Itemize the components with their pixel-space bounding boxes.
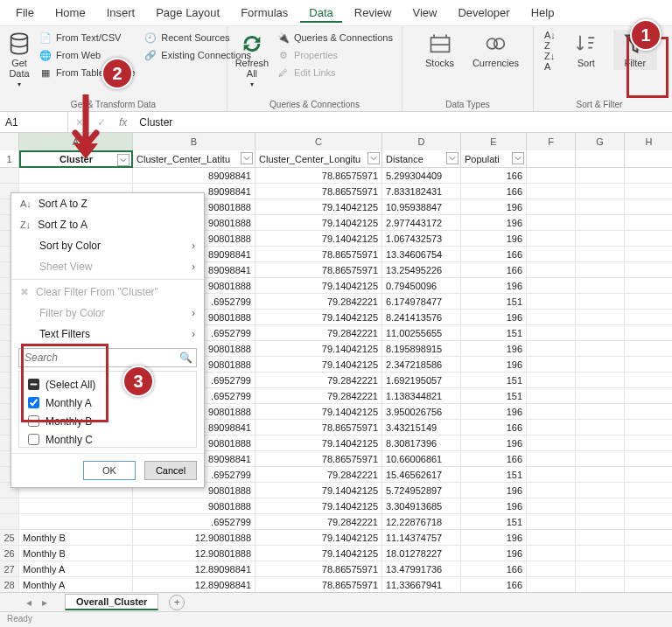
cell-empty[interactable] — [576, 310, 625, 325]
cancel-button[interactable]: Cancel — [144, 461, 197, 480]
cell-pop[interactable]: 196 — [461, 404, 527, 420]
cell-lon[interactable]: 79.14042125 — [256, 215, 382, 231]
cell-dist[interactable]: 5.724952897 — [382, 483, 461, 498]
filter-dropdown-a[interactable] — [117, 154, 130, 166]
cell-pop[interactable]: 196 — [461, 231, 527, 247]
filter-search-input[interactable] — [23, 351, 176, 365]
cell-cluster[interactable]: Monthly B — [19, 530, 133, 546]
cell-dist[interactable]: 6.174978477 — [382, 294, 461, 310]
cell-lon[interactable]: 78.86575971 — [256, 577, 382, 593]
cell-pop[interactable]: 166 — [461, 577, 527, 593]
cell-empty[interactable] — [576, 451, 625, 467]
option-monthly-a[interactable]: Monthly A — [23, 394, 192, 412]
cell-empty[interactable] — [576, 435, 625, 451]
cell-empty[interactable] — [576, 498, 625, 514]
cell-pop[interactable]: 196 — [461, 215, 527, 231]
filter-search[interactable]: 🔍 — [18, 348, 197, 367]
select-all-corner[interactable] — [0, 133, 19, 152]
checkbox-monthly-c[interactable] — [28, 434, 39, 445]
cell-dist[interactable]: 11.14374757 — [382, 530, 461, 546]
cell-pop[interactable]: 196 — [461, 546, 527, 561]
tab-nav-right[interactable]: ▸ — [42, 596, 47, 609]
cell-pop[interactable]: 151 — [461, 373, 527, 388]
cell-empty[interactable] — [625, 341, 672, 357]
currencies-button[interactable]: Currencies — [474, 30, 518, 70]
cell-empty[interactable] — [625, 294, 672, 310]
cell-dist[interactable]: 1.067432573 — [382, 231, 461, 247]
cell-empty[interactable] — [527, 577, 576, 593]
cell-lon[interactable]: 79.14042125 — [256, 435, 382, 451]
cell-pop[interactable]: 196 — [461, 199, 527, 215]
cell-dist[interactable]: 8.195898915 — [382, 341, 461, 357]
cell-lat[interactable]: 89098841 — [133, 168, 256, 184]
col-header-e[interactable]: E — [461, 133, 527, 152]
cell-empty[interactable] — [625, 231, 672, 247]
cell-empty[interactable] — [625, 420, 672, 435]
cell-empty[interactable] — [576, 184, 625, 199]
cell-lon[interactable]: 78.86575971 — [256, 168, 382, 184]
cell-lon[interactable]: 79.14042125 — [256, 199, 382, 215]
cell-lon[interactable]: 79.14042125 — [256, 231, 382, 247]
cell-lon[interactable]: 79.2842221 — [256, 514, 382, 530]
cell-empty[interactable] — [576, 373, 625, 388]
menu-review[interactable]: Review — [346, 3, 401, 23]
sort-a-to-z[interactable]: A↓Sort A to Z — [11, 193, 204, 214]
cell-empty[interactable] — [625, 199, 672, 215]
cell-empty[interactable] — [625, 451, 672, 467]
cell-dist[interactable]: 10.95938847 — [382, 199, 461, 215]
cell-empty[interactable] — [527, 483, 576, 498]
cell-dist[interactable]: 5.299304409 — [382, 168, 461, 184]
cell-empty[interactable] — [527, 467, 576, 483]
cell-pop[interactable]: 166 — [461, 420, 527, 435]
cell-empty[interactable] — [527, 546, 576, 561]
add-sheet-button[interactable]: + — [169, 595, 185, 610]
col-header-h[interactable]: H — [625, 133, 672, 152]
cell-lon[interactable]: 78.86575971 — [256, 451, 382, 467]
cell-pop[interactable]: 166 — [461, 247, 527, 262]
col-header-f[interactable]: F — [527, 133, 576, 152]
refresh-all-button[interactable]: Refresh All ▾ — [234, 30, 270, 90]
cell-lon[interactable]: 79.2842221 — [256, 373, 382, 388]
cell-lon[interactable]: 79.2842221 — [256, 388, 382, 404]
col-header-g[interactable]: G — [576, 133, 625, 152]
menu-formulas[interactable]: Formulas — [232, 3, 297, 23]
cell-empty[interactable] — [527, 278, 576, 294]
name-box[interactable]: A1 — [0, 112, 68, 132]
menu-view[interactable]: View — [403, 3, 445, 23]
cell-cluster[interactable] — [19, 168, 133, 184]
cell-dist[interactable]: 13.25495226 — [382, 262, 461, 278]
cell-empty[interactable] — [625, 310, 672, 325]
cell-empty[interactable] — [527, 435, 576, 451]
from-text-button[interactable]: 📄From Text/CSV — [37, 30, 136, 45]
col-header-b[interactable]: B — [133, 133, 256, 152]
cell-pop[interactable]: 196 — [461, 530, 527, 546]
sort-z-to-a[interactable]: Z↓Sort Z to A — [11, 214, 204, 235]
cell-lat[interactable]: 12.90801888 — [133, 546, 256, 561]
col-header-c[interactable]: C — [256, 133, 382, 152]
cell-dist[interactable]: 1.138344821 — [382, 388, 461, 404]
menu-file[interactable]: File — [7, 3, 43, 23]
menu-insert[interactable]: Insert — [98, 3, 144, 23]
cell-empty[interactable] — [527, 341, 576, 357]
row-header[interactable]: 25 — [0, 530, 19, 546]
cell-pop[interactable]: 151 — [461, 388, 527, 404]
cell-dist[interactable]: 1.692195057 — [382, 373, 461, 388]
cell-lon[interactable]: 79.14042125 — [256, 357, 382, 373]
cell-lon[interactable]: 79.14042125 — [256, 310, 382, 325]
cell-empty[interactable] — [625, 247, 672, 262]
cell-empty[interactable] — [527, 184, 576, 199]
cell-pop[interactable]: 151 — [461, 325, 527, 341]
cell-dist[interactable]: 18.01278227 — [382, 546, 461, 561]
cell-empty[interactable] — [576, 294, 625, 310]
cell-empty[interactable] — [527, 231, 576, 247]
cell-empty[interactable] — [625, 577, 672, 593]
cell-lon[interactable]: 79.14042125 — [256, 546, 382, 561]
menu-developer[interactable]: Developer — [449, 3, 518, 23]
cell-dist[interactable]: 11.33667941 — [382, 577, 461, 593]
cell-empty[interactable] — [625, 404, 672, 420]
cell-lon[interactable]: 79.2842221 — [256, 467, 382, 483]
cell-empty[interactable] — [527, 451, 576, 467]
cell-empty[interactable] — [576, 231, 625, 247]
cell-empty[interactable] — [625, 435, 672, 451]
cell-dist[interactable]: 3.43215149 — [382, 420, 461, 435]
